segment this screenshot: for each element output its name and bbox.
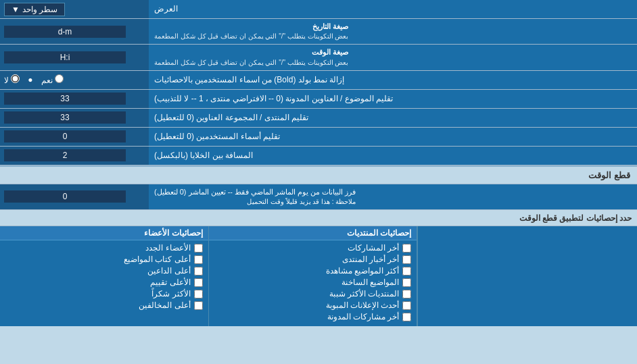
- input-display[interactable]: سطر واحد ▼: [0, 0, 149, 18]
- topics-trim-input[interactable]: 33: [4, 93, 126, 105]
- checkbox-most-thanks[interactable]: [194, 290, 203, 298]
- forum-trim-text: تقليم المنتدى / المجموعة العناوين (0 للت…: [154, 112, 308, 124]
- input-forum-trim[interactable]: 33: [0, 109, 149, 127]
- col1-header: إحصائيات المنتديات: [209, 226, 417, 240]
- checkbox-new-members[interactable]: [194, 244, 203, 253]
- list-item: أعلى كتاب المواضيع: [5, 255, 203, 264]
- input-users-trim[interactable]: 0: [0, 128, 149, 146]
- bold-label-text: إزالة نمط بولد (Bold) من اسماء المستخدمي…: [154, 74, 344, 86]
- snapshot-note: ملاحظة : هذا قد يزيد قليلاً وقت التحميل: [154, 197, 356, 207]
- label-time-format: صيغة الوقت بعض التكوينات يتطلب "/" التي …: [149, 45, 637, 70]
- bold-radio-group: نعم ● لا: [4, 74, 64, 85]
- section-header-snapshot: قطع الوقت: [0, 165, 637, 184]
- list-item: الأكثر شكراً: [5, 289, 203, 298]
- checkbox-hot-topics[interactable]: [402, 278, 411, 287]
- display-label-text: العرض: [154, 3, 178, 15]
- item-blog-posts: أخر مشاركات المدونة: [327, 312, 400, 321]
- label-display: العرض: [149, 0, 637, 18]
- input-bold[interactable]: نعم ● لا: [0, 71, 149, 89]
- item-top-inviters: أعلى الداعين: [147, 266, 190, 276]
- row-gap: المسافة بين الخلايا (بالبكسل) 2: [0, 147, 637, 165]
- checkbox-classified-ads[interactable]: [402, 301, 411, 310]
- label-gap: المسافة بين الخلايا (بالبكسل): [149, 147, 637, 165]
- label-users-trim: تقليم أسماء المستخدمين (0 للتعطيل): [149, 128, 637, 146]
- input-date-format[interactable]: d-m: [0, 19, 149, 44]
- forum-trim-input[interactable]: 33: [4, 111, 126, 124]
- date-format-input[interactable]: d-m: [4, 26, 126, 38]
- stats-three-cols: إحصائيات المنتديات أخر المشاركات أخر أخب…: [0, 226, 637, 326]
- item-popular-forums: المنتديات الأكثر شببة: [329, 289, 400, 298]
- col1-items: أخر المشاركات أخر أخبار المنتدى أكثر الم…: [209, 240, 417, 326]
- users-trim-input[interactable]: 0: [4, 130, 126, 142]
- stats-col1: إحصائيات المنتديات أخر المشاركات أخر أخب…: [209, 226, 417, 326]
- input-snapshot[interactable]: 0: [0, 184, 149, 209]
- checkbox-top-rated[interactable]: [194, 278, 203, 287]
- select-display-btn[interactable]: سطر واحد ▼: [4, 3, 65, 16]
- row-time-format: صيغة الوقت بعض التكوينات يتطلب "/" التي …: [0, 45, 637, 70]
- checkbox-last-posts[interactable]: [402, 244, 411, 253]
- list-item: أعلى المخالفين: [5, 301, 203, 310]
- col2-header: إحصائيات الأعضاء: [0, 226, 208, 240]
- label-forum-trim: تقليم المنتدى / المجموعة العناوين (0 للت…: [149, 109, 637, 127]
- list-item: أكثر المواضيع مشاهدة: [214, 266, 412, 276]
- list-item: أحدث الإعلانات المبوبة: [214, 301, 412, 310]
- list-item: المنتديات الأكثر شببة: [214, 289, 412, 298]
- gap-input[interactable]: 2: [4, 149, 126, 161]
- select-display-value: سطر واحد: [22, 5, 57, 14]
- dropdown-arrow-icon: ▼: [11, 5, 20, 14]
- time-format-sub: بعض التكوينات يتطلب "/" التي يمكن ان تضا…: [154, 58, 348, 68]
- input-time-format[interactable]: H:i: [0, 45, 149, 70]
- col2-items: الأعضاء الجدد أعلى كتاب المواضيع أعلى ال…: [0, 240, 208, 315]
- checkbox-top-inviters[interactable]: [194, 267, 203, 276]
- snapshot-input[interactable]: 0: [4, 190, 126, 203]
- list-item: أخر مشاركات المدونة: [214, 312, 412, 321]
- label-snapshot: فرز البيانات من يوم الماشر الماضي فقط --…: [149, 184, 637, 209]
- topics-trim-text: تقليم الموضوع / العناوين المدونة (0 -- ا…: [154, 93, 393, 105]
- input-gap[interactable]: 2: [0, 147, 149, 165]
- checkbox-blog-posts[interactable]: [402, 313, 411, 321]
- time-format-input[interactable]: H:i: [4, 51, 126, 63]
- item-most-thanks: الأكثر شكراً: [151, 289, 190, 298]
- list-item: المواضيع الساخنة: [214, 278, 412, 287]
- checkbox-popular-forums[interactable]: [402, 290, 411, 298]
- checkbox-top-violators[interactable]: [194, 301, 203, 310]
- bold-no-radio[interactable]: [11, 74, 20, 83]
- checkbox-forum-news[interactable]: [402, 255, 411, 264]
- label-date-format: صيغة التاريخ بعض التكوينات يتطلب "/" الت…: [149, 19, 637, 44]
- row-snapshot: فرز البيانات من يوم الماشر الماضي فقط --…: [0, 184, 637, 210]
- checkbox-top-writers[interactable]: [194, 255, 203, 264]
- date-format-sub: بعض التكوينات يتطلب "/" التي يمكن ان تضا…: [154, 32, 348, 41]
- date-format-main: صيغة التاريخ: [154, 22, 348, 32]
- list-item: أعلى الداعين: [5, 266, 203, 276]
- item-new-members: الأعضاء الجدد: [145, 243, 190, 253]
- label-bold: إزالة نمط بولد (Bold) من اسماء المستخدمي…: [149, 71, 637, 89]
- stats-empty-col: [417, 226, 637, 326]
- bold-yes-text: نعم: [41, 76, 53, 85]
- item-top-writers: أعلى كتاب المواضيع: [124, 255, 191, 264]
- col-divider-1: [417, 226, 417, 326]
- checkbox-most-viewed[interactable]: [402, 267, 411, 276]
- row-date-format: صيغة التاريخ بعض التكوينات يتطلب "/" الت…: [0, 19, 637, 45]
- list-item: الأعضاء الجدد: [5, 243, 203, 253]
- stats-header-label: حدد إحصائيات لتطبيق قطع الوقت: [519, 213, 632, 223]
- label-topics-trim: تقليم الموضوع / العناوين المدونة (0 -- ا…: [149, 90, 637, 108]
- snapshot-main: فرز البيانات من يوم الماشر الماضي فقط --…: [154, 187, 356, 197]
- col-divider-2: [208, 226, 209, 326]
- time-format-main: صيغة الوقت: [154, 47, 348, 57]
- item-most-viewed: أكثر المواضيع مشاهدة: [326, 266, 400, 276]
- input-topics-trim[interactable]: 33: [0, 90, 149, 108]
- list-item: الأعلى تقييم: [5, 278, 203, 287]
- bold-no-text: لا: [4, 76, 9, 85]
- bold-yes-radio[interactable]: [55, 74, 64, 83]
- bold-separator: ●: [28, 75, 32, 84]
- row-bold: إزالة نمط بولد (Bold) من اسماء المستخدمي…: [0, 71, 637, 90]
- item-last-posts: أخر المشاركات: [348, 243, 399, 253]
- bold-yes-label: نعم: [41, 74, 64, 85]
- item-classified-ads: أحدث الإعلانات المبوبة: [326, 301, 400, 310]
- item-hot-topics: المواضيع الساخنة: [341, 278, 399, 287]
- item-forum-news: أخر أخبار المنتدى: [342, 255, 400, 264]
- row-forum-trim: تقليم المنتدى / المجموعة العناوين (0 للت…: [0, 109, 637, 128]
- row-users-trim: تقليم أسماء المستخدمين (0 للتعطيل) 0: [0, 128, 637, 147]
- gap-text: المسافة بين الخلايا (بالبكسل): [154, 150, 253, 161]
- row-topics-trim: تقليم الموضوع / العناوين المدونة (0 -- ا…: [0, 90, 637, 109]
